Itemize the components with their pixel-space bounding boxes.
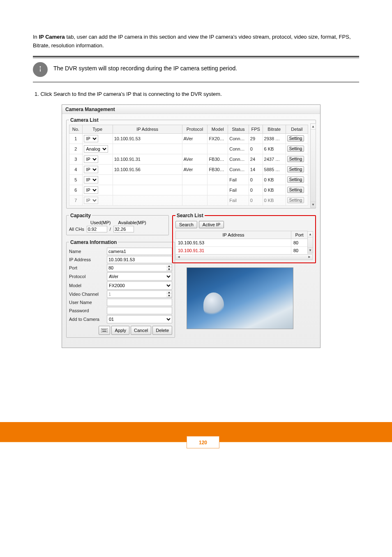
info-icon bbox=[33, 62, 48, 77]
ci-user-label: User Name bbox=[69, 300, 107, 305]
ci-user-input[interactable] bbox=[107, 299, 172, 306]
ci-model-select[interactable]: FX2000 bbox=[107, 281, 172, 290]
camera-info-fieldset: Camera Information Name IP Address Port▲… bbox=[66, 239, 175, 338]
camera-list-scrollbar[interactable]: ▲ ▼ bbox=[310, 123, 316, 208]
svg-rect-4 bbox=[104, 329, 105, 330]
page-number: 120 bbox=[187, 436, 219, 448]
scroll-right-icon: ► bbox=[307, 255, 312, 259]
divider-top-thick bbox=[33, 56, 359, 57]
search-scrollbar-v[interactable]: ▲ ▼ bbox=[307, 231, 313, 253]
col-status[interactable]: Status bbox=[228, 125, 249, 133]
ci-name-input[interactable] bbox=[107, 248, 172, 255]
svg-rect-2 bbox=[102, 329, 103, 330]
svg-point-0 bbox=[40, 66, 41, 67]
videoch-spinner[interactable]: ▲▼ bbox=[166, 290, 172, 298]
svg-rect-1 bbox=[101, 328, 108, 332]
search-scrollbar-h[interactable]: ◄► bbox=[175, 254, 313, 260]
setting-button[interactable]: Setting bbox=[287, 156, 304, 162]
scroll-left-icon: ◄ bbox=[176, 255, 182, 259]
cancel-button[interactable]: Cancel bbox=[131, 326, 151, 335]
delete-button[interactable]: Delete bbox=[152, 326, 172, 335]
keyboard-icon-button[interactable] bbox=[99, 326, 110, 335]
intro-paragraph: In IP Camera tab, user can add the IP ca… bbox=[33, 33, 359, 50]
col-ip[interactable]: IP Address bbox=[113, 125, 182, 133]
table-row[interactable]: 3IP10.100.91.31AVerFB30…Conn…242437 …Set… bbox=[69, 154, 308, 164]
apply-button[interactable]: Apply bbox=[111, 326, 129, 335]
type-select[interactable]: Analog bbox=[84, 145, 108, 153]
search-button[interactable]: Search bbox=[175, 221, 197, 228]
type-select[interactable]: IP bbox=[84, 186, 98, 194]
table-row[interactable]: 6IPFail00 KBSetting bbox=[69, 185, 308, 195]
col-fps[interactable]: FPS bbox=[249, 125, 263, 133]
camera-preview-image bbox=[187, 267, 293, 329]
camera-management-window: Camera Management Camera List No. Type I… bbox=[62, 104, 321, 348]
capacity-sep: / bbox=[110, 227, 111, 232]
capacity-fieldset: Capacity Used(MP) Available(MP) All CHs … bbox=[66, 213, 169, 235]
setting-button[interactable]: Setting bbox=[287, 197, 304, 203]
camera-list-fieldset: Camera List No. Type IP Address Protocol… bbox=[66, 117, 316, 209]
svg-rect-5 bbox=[106, 329, 106, 330]
active-ip-button[interactable]: Active IP bbox=[199, 221, 224, 228]
window-title: Camera Management bbox=[62, 105, 320, 114]
type-select[interactable]: IP bbox=[84, 135, 98, 142]
camera-list-table: No. Type IP Address Protocol Model Statu… bbox=[69, 125, 308, 206]
table-row[interactable]: 1IP10.100.91.53AVerFX20…Conn…292938 …Set… bbox=[69, 133, 308, 144]
sr-col-ip[interactable]: IP Address bbox=[176, 231, 291, 239]
camera-list-legend: Camera List bbox=[69, 117, 100, 123]
type-select[interactable]: IP bbox=[84, 176, 98, 183]
svg-rect-3 bbox=[103, 329, 104, 330]
setting-button[interactable]: Setting bbox=[287, 146, 304, 152]
chevron-down-icon: ▼ bbox=[166, 268, 172, 271]
list-item[interactable]: 10.100.91.5380 bbox=[176, 239, 308, 246]
camera-info-legend: Camera Information bbox=[69, 239, 118, 245]
col-model[interactable]: Model bbox=[208, 125, 228, 133]
ci-port-input[interactable] bbox=[107, 264, 166, 272]
allchs-label: All CHs bbox=[69, 227, 84, 232]
col-protocol[interactable]: Protocol bbox=[182, 125, 208, 133]
ci-pass-input[interactable] bbox=[107, 307, 172, 314]
type-select[interactable]: IP bbox=[84, 155, 98, 163]
ci-ip-input[interactable] bbox=[107, 256, 172, 263]
ci-add-label: Add to Camera bbox=[69, 317, 107, 322]
table-row[interactable]: 7IPFail00 KBSetting bbox=[69, 195, 308, 205]
setting-button[interactable]: Setting bbox=[287, 176, 304, 183]
type-select[interactable]: IP bbox=[84, 197, 98, 204]
col-bitrate[interactable]: Bitrate bbox=[263, 125, 286, 133]
list-item[interactable]: 10.100.91.3180 bbox=[176, 246, 308, 254]
setting-button[interactable]: Setting bbox=[287, 166, 304, 172]
divider-bottom-thin bbox=[33, 82, 359, 82]
table-row[interactable]: 4IP10.100.91.56AVerFB30…Conn…145885 …Set… bbox=[69, 164, 308, 174]
sr-col-port[interactable]: Port bbox=[291, 231, 308, 239]
avail-value bbox=[113, 226, 134, 232]
scroll-up-icon[interactable]: ▲ bbox=[308, 232, 313, 237]
col-detail[interactable]: Detail bbox=[286, 125, 308, 133]
ci-videoch-input[interactable] bbox=[107, 290, 166, 298]
scroll-up-icon[interactable]: ▲ bbox=[311, 124, 316, 130]
ci-protocol-select[interactable]: AVer bbox=[107, 272, 172, 281]
search-result-table: IP Address Port 10.100.91.538010.100.91.… bbox=[175, 231, 308, 255]
setting-button[interactable]: Setting bbox=[287, 187, 304, 193]
ci-protocol-label: Protocol bbox=[69, 274, 107, 279]
table-row[interactable]: 2AnalogConn…06 KBSetting bbox=[69, 144, 308, 154]
table-row[interactable]: 5IPFail00 KBSetting bbox=[69, 174, 308, 185]
port-spinner[interactable]: ▲▼ bbox=[166, 264, 172, 272]
scroll-down-icon[interactable]: ▼ bbox=[308, 247, 313, 253]
svg-rect-6 bbox=[102, 331, 106, 332]
chevron-down-icon: ▼ bbox=[166, 294, 172, 297]
search-list-fieldset: Search List Search Active IP IP Address … bbox=[172, 213, 316, 263]
chevron-up-icon: ▲ bbox=[166, 265, 172, 268]
ci-model-label: Model bbox=[69, 283, 107, 288]
step-1-text: 1. Click Search to find the IP camera's … bbox=[35, 90, 359, 99]
info-note-text: The DVR system will stop recording durin… bbox=[53, 62, 237, 73]
ci-add-select[interactable]: 01 bbox=[107, 315, 172, 323]
col-no[interactable]: No. bbox=[69, 125, 83, 133]
setting-button[interactable]: Setting bbox=[287, 135, 304, 142]
scroll-down-icon[interactable]: ▼ bbox=[311, 202, 316, 207]
ci-name-label: Name bbox=[69, 249, 107, 254]
ci-port-label: Port bbox=[69, 265, 107, 270]
col-type[interactable]: Type bbox=[82, 125, 113, 133]
ci-ip-label: IP Address bbox=[69, 257, 107, 262]
ci-videoch-label: Video Channel bbox=[69, 292, 107, 297]
type-select[interactable]: IP bbox=[84, 166, 98, 173]
search-list-legend: Search List bbox=[175, 213, 205, 218]
